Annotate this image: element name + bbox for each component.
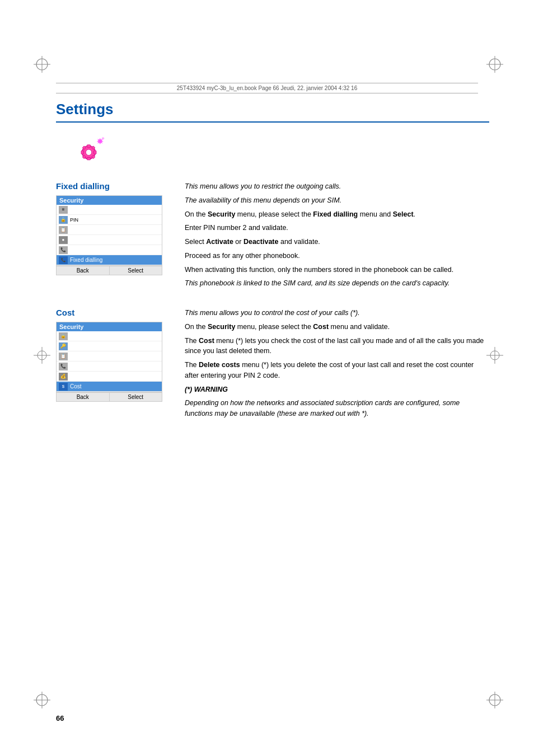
cost-right: This menu allows you to control the cost… [185, 308, 489, 422]
gear-icon-area [73, 133, 489, 168]
menu-icon-4: ● [59, 236, 68, 244]
cost-para3: The Delete costs menu (*) lets you delet… [185, 360, 489, 381]
phone-menu-item-cost-selected: $ Cost [57, 382, 162, 392]
cost-warning-heading: (*) WARNING [185, 384, 489, 395]
bold-fixed-dialling: Fixed dialling [313, 210, 358, 218]
cost-phone-mockup: Security 🔒 🔑 📋 📞 [56, 322, 162, 402]
cost-section: Cost Security 🔒 🔑 📋 [56, 308, 489, 422]
bold-activate: Activate [206, 238, 233, 246]
fixed-dialling-para5: When activating this function, only the … [185, 265, 489, 275]
phone-select-button-cost[interactable]: Select [110, 393, 162, 401]
fixed-dialling-para6-italic: This phonebook is linked to the SIM card… [185, 278, 489, 289]
cost-para2: The Cost menu (*) lets you check the cos… [185, 336, 489, 357]
fixed-dialling-para1: On the Security menu, please select the … [185, 209, 489, 220]
phone-back-button-cost[interactable]: Back [57, 393, 110, 401]
fixed-dialling-desc-italic-1: This menu allows you to restrict the out… [185, 181, 489, 192]
bold-delete-costs: Delete costs [199, 361, 240, 369]
phone-menu-item: ● [57, 235, 162, 245]
menu-icon-c4: 📞 [59, 363, 68, 370]
page-title: Settings [56, 101, 489, 123]
menu-icon-c1: 🔒 [59, 332, 68, 340]
gear-icon [73, 133, 106, 166]
menu-icon-3: 📋 [59, 226, 68, 234]
phone-back-button-fixed[interactable]: Back [57, 266, 110, 275]
phone-menu-item: 📞 [57, 245, 162, 255]
fixed-dialling-para3: Select Activate or Deactivate and valida… [185, 237, 489, 247]
phone-menu-item: 🔒 PIN [57, 215, 162, 225]
phone-title-cost: Security [57, 322, 162, 331]
phone-menu-item: 🔒 [57, 331, 162, 341]
phone-menu-item: 💰 [57, 372, 162, 382]
cost-desc-italic-1: This menu allows you to control the cost… [185, 308, 489, 318]
menu-icon-2: 🔒 [59, 216, 68, 224]
svg-point-19 [86, 149, 92, 156]
phone-menu-item-selected: 📞 Fixed dialling [57, 255, 162, 265]
menu-icon-1: ≡ [59, 206, 68, 214]
fixed-dialling-phone-label: Fixed dialling [70, 257, 102, 263]
fixed-dialling-desc-italic-2: The availability of this menu depends on… [185, 195, 489, 206]
page-number: 66 [56, 714, 64, 722]
menu-icon-6-selected: 📞 [59, 256, 68, 264]
bold-security-1: Security [208, 210, 235, 218]
menu-icon-c2: 🔑 [59, 342, 68, 350]
fixed-dialling-right: This menu allows you to restrict the out… [185, 181, 489, 292]
phone-title-fixed: Security [57, 196, 162, 205]
main-content: Settings [56, 101, 489, 700]
phone-menu-item: 📋 [57, 351, 162, 361]
svg-rect-20 [87, 145, 91, 148]
phone-screen-fixed: Security ≡ 🔒 PIN 📋 ● [57, 196, 162, 266]
phone-menu-item: ≡ [57, 205, 162, 215]
phone-button-row-cost: Back Select [57, 392, 162, 401]
cost-para1: On the Security menu, please select the … [185, 322, 489, 332]
bold-security-2: Security [208, 323, 235, 331]
fixed-dialling-para4: Proceed as for any other phonebook. [185, 251, 489, 261]
menu-icon-c6: $ [59, 383, 68, 391]
bold-cost-2: Cost [199, 337, 214, 345]
phone-select-button-fixed[interactable]: Select [110, 266, 162, 275]
fixed-dialling-section: Fixed dialling Security ≡ 🔒 PIN 📋 [56, 181, 489, 292]
header-text: 25T433924 myC-3b_lu_en.book Page 66 Jeud… [177, 85, 357, 91]
phone-menu-item: 📋 [57, 225, 162, 235]
cost-heading: Cost [56, 308, 174, 317]
phone-screen-cost: Security 🔒 🔑 📋 📞 [57, 322, 162, 392]
svg-rect-21 [87, 157, 91, 160]
page-header-bar: 25T433924 myC-3b_lu_en.book Page 66 Jeud… [56, 83, 478, 93]
svg-rect-23 [94, 151, 97, 154]
bold-deactivate: Deactivate [243, 238, 279, 246]
fixed-dialling-left: Fixed dialling Security ≡ 🔒 PIN 📋 [56, 181, 174, 275]
fixed-dialling-phone-mockup: Security ≡ 🔒 PIN 📋 ● [56, 195, 162, 275]
cost-phone-label: Cost [70, 383, 82, 389]
cost-left: Cost Security 🔒 🔑 📋 [56, 308, 174, 402]
fixed-dialling-heading: Fixed dialling [56, 181, 174, 191]
fixed-dialling-para2: Enter PIN number 2 and validate. [185, 223, 489, 233]
svg-rect-22 [81, 151, 84, 154]
phone-menu-item: 🔑 [57, 341, 162, 351]
cost-warning-text: Depending on how the networks and associ… [185, 398, 489, 419]
menu-icon-5: 📞 [59, 246, 68, 254]
menu-icon-c3: 📋 [59, 353, 68, 360]
menu-icon-c5: 💰 [59, 373, 68, 381]
bold-cost: Cost [313, 323, 329, 331]
bold-select-1: Select [393, 210, 414, 218]
phone-button-row-fixed: Back Select [57, 266, 162, 275]
phone-menu-item: 📞 [57, 361, 162, 372]
